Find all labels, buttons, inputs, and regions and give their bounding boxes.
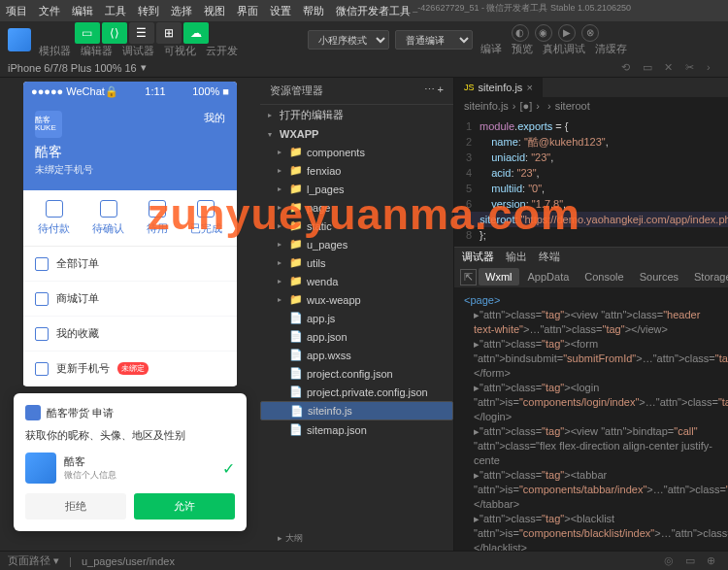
device-label[interactable]: iPhone 6/7/8 Plus 100% 16 <box>8 62 137 74</box>
dialog-user-row[interactable]: 酷客 微信个人信息 ✓ <box>25 453 235 484</box>
order-icon-item[interactable]: 待用 <box>147 200 168 236</box>
check-icon: ✓ <box>222 459 235 478</box>
editor-panel: JS siteinfo.js × siteinfo.js›[●]››sitero… <box>454 78 728 551</box>
compile-select[interactable]: 普通编译 <box>395 30 473 50</box>
open-editors-section[interactable]: ▸打开的编辑器 <box>260 105 453 125</box>
app-subtitle: 未绑定手机号 <box>35 163 93 177</box>
close-icon[interactable]: × <box>526 82 532 93</box>
chevron-down-icon[interactable]: ▾ <box>141 61 147 74</box>
debugger-button[interactable]: ☰ <box>129 22 154 44</box>
outline-section[interactable]: ▸ 大纲 <box>270 528 311 549</box>
explorer-header: 资源管理器⋯ + <box>260 78 453 105</box>
menu-界面[interactable]: 界面 <box>237 4 258 18</box>
simulator-panel: ●●●●● WeChat🔒1:11100% ■ 酷客 KUKE 酷客 未绑定手机… <box>0 78 260 551</box>
menu-文件[interactable]: 文件 <box>39 4 60 18</box>
dbg-tab-Wxml[interactable]: Wxml <box>479 268 519 285</box>
menu-视图[interactable]: 视图 <box>204 4 225 18</box>
menu-item[interactable]: 全部订单 <box>23 247 237 281</box>
phone-header: 酷客 KUKE 酷客 未绑定手机号 我的 <box>23 101 237 190</box>
toolbar: ▭ ⟨⟩ ☰ ⊞ ☁ 模拟器编辑器调试器可视化云开发 小程序模式 普通编译 ◐ … <box>0 21 728 58</box>
auth-dialog: 酷客带货 申请 获取你的昵称、头像、地区及性别 酷客 微信个人信息 ✓ 拒绝 允… <box>14 393 247 531</box>
app-logo <box>8 28 31 51</box>
dbg-tab-Storage[interactable]: Storage <box>687 268 728 285</box>
editor-tab-siteinfo[interactable]: JS siteinfo.js × <box>454 78 543 97</box>
tree-item-static[interactable]: ▸📁static <box>260 217 453 235</box>
page-path-label[interactable]: 页面路径 ▾ <box>8 553 59 568</box>
dbg-tab-AppData[interactable]: AppData <box>521 268 577 285</box>
tree-item-sitemap.json[interactable]: 📄sitemap.json <box>260 420 453 439</box>
debugger-panel: 调试器输出终端 ⇱ WxmlAppDataConsoleSourcesStora… <box>454 247 728 551</box>
tree-item-wenda[interactable]: ▸📁wenda <box>260 272 453 290</box>
tree-item-l_pages[interactable]: ▸📁l_pages <box>260 180 453 198</box>
mute-icon[interactable]: ✕ <box>664 61 678 74</box>
simulator-button[interactable]: ▭ <box>75 22 100 44</box>
my-link[interactable]: 我的 <box>204 111 225 125</box>
dbg-tab-Sources[interactable]: Sources <box>633 268 685 285</box>
order-icon-item[interactable]: 待确认 <box>92 200 124 236</box>
tree-item-siteinfo.js[interactable]: 📄siteinfo.js <box>260 401 453 420</box>
device-bar: iPhone 6/7/8 Plus 100% 16 ▾ ⟲ ▭ ✕ ✂ › <box>0 58 728 78</box>
dialog-body: 获取你的昵称、头像、地区及性别 <box>25 428 235 443</box>
device-icon[interactable]: ▭ <box>643 61 656 74</box>
menu-微信开发者工具[interactable]: 微信开发者工具 <box>336 4 411 18</box>
compile-icon[interactable]: ◐ <box>512 24 529 42</box>
tree-item-utils[interactable]: ▸📁utils <box>260 253 453 272</box>
page-path[interactable]: u_pages/user/index <box>82 555 175 567</box>
mode-select[interactable]: 小程序模式 <box>308 30 389 50</box>
tree-item-app.json[interactable]: 📄app.json <box>260 327 453 346</box>
menu-item[interactable]: 我的收藏 <box>23 317 237 351</box>
clear-cache-icon[interactable]: ⊗ <box>581 24 599 42</box>
project-root[interactable]: ▾WXAPP <box>260 125 453 143</box>
phone-frame: ●●●●● WeChat🔒1:11100% ■ 酷客 KUKE 酷客 未绑定手机… <box>23 82 237 386</box>
inspect-icon[interactable]: ⇱ <box>460 269 477 285</box>
tree-item-project.config.json[interactable]: 📄project.config.json <box>260 364 453 383</box>
editor-button[interactable]: ⟨⟩ <box>102 22 127 44</box>
order-icon-item[interactable]: 待付款 <box>38 200 70 236</box>
tree-item-app.js[interactable]: 📄app.js <box>260 309 453 327</box>
tree-item-page[interactable]: ▸📁page <box>260 198 453 217</box>
statusbar-icons: ◎▭⊕ <box>664 554 720 567</box>
menu-项目[interactable]: 项目 <box>6 4 27 18</box>
explorer-panel: 资源管理器⋯ + ▸打开的编辑器 ▾WXAPP ▸📁components▸📁fe… <box>260 78 454 551</box>
app-avatar[interactable]: 酷客 KUKE <box>35 111 62 138</box>
reject-button[interactable]: 拒绝 <box>25 493 126 520</box>
debugger-tabs: ⇱ WxmlAppDataConsoleSourcesStorageNetwor… <box>454 266 728 287</box>
statusbar: 页面路径 ▾ | u_pages/user/index ◎▭⊕ <box>0 551 728 570</box>
menu-item[interactable]: 商城订单 <box>23 282 237 316</box>
preview-icon[interactable]: ◉ <box>535 24 552 42</box>
tree-item-wux-weapp[interactable]: ▸📁wux-weapp <box>260 290 453 309</box>
menu-设置[interactable]: 设置 <box>270 4 291 18</box>
menu-编辑[interactable]: 编辑 <box>72 4 93 18</box>
more-icon[interactable]: › <box>707 61 720 74</box>
order-icon-item[interactable]: 已完成 <box>190 200 222 236</box>
wxml-tree[interactable]: <page>▸"attn">class="tag"><view "attn">c… <box>454 287 728 551</box>
dbg-tab-Console[interactable]: Console <box>578 268 630 285</box>
editor-tabs: JS siteinfo.js × <box>454 78 728 97</box>
dialog-title: 酷客带货 申请 <box>25 405 235 420</box>
menu-item[interactable]: 更新手机号未绑定 <box>23 352 237 386</box>
breadcrumb[interactable]: siteinfo.js›[●]››siteroot <box>454 97 728 115</box>
visual-button[interactable]: ⊞ <box>156 22 182 44</box>
rotate-icon[interactable]: ⟲ <box>621 61 635 74</box>
remote-debug-icon[interactable]: ▶ <box>558 24 576 42</box>
accept-button[interactable]: 允许 <box>134 493 235 520</box>
js-icon: JS <box>464 83 475 92</box>
menu-工具[interactable]: 工具 <box>105 4 126 18</box>
menu-帮助[interactable]: 帮助 <box>303 4 324 18</box>
tree-item-fenxiao[interactable]: ▸📁fenxiao <box>260 161 453 180</box>
tree-item-components[interactable]: ▸📁components <box>260 143 453 161</box>
toolbar-group-1: ▭ ⟨⟩ ☰ ⊞ ☁ <box>75 22 209 44</box>
menu-list: 全部订单商城订单我的收藏更新手机号未绑定 <box>23 247 237 386</box>
tree-item-app.wxss[interactable]: 📄app.wxss <box>260 346 453 364</box>
code-editor[interactable]: 1module.exports = {2 name: "酷@kukehd123"… <box>454 115 728 247</box>
cloud-button[interactable]: ☁ <box>183 22 209 44</box>
tree-item-u_pages[interactable]: ▸📁u_pages <box>260 235 453 253</box>
main: ●●●●● WeChat🔒1:11100% ■ 酷客 KUKE 酷客 未绑定手机… <box>0 78 728 551</box>
device-bar-icons: ⟲ ▭ ✕ ✂ › <box>621 61 720 74</box>
order-icon-row: 待付款待确认待用已完成 <box>23 190 237 247</box>
more-icon[interactable]: ⋯ + <box>424 84 444 98</box>
tree-item-project.private.config.json[interactable]: 📄project.private.config.json <box>260 383 453 401</box>
cut-icon[interactable]: ✂ <box>685 61 699 74</box>
menu-转到[interactable]: 转到 <box>138 4 159 18</box>
menu-选择[interactable]: 选择 <box>171 4 192 18</box>
